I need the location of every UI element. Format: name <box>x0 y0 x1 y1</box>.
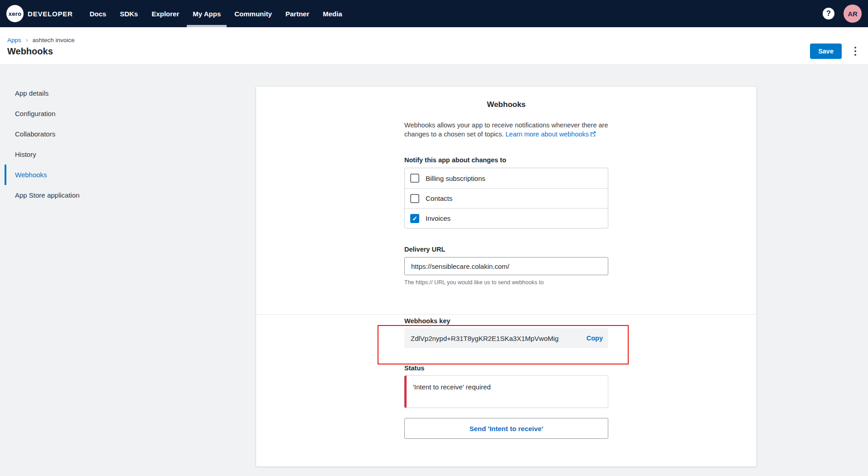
brand-title: DEVELOPER <box>28 10 73 18</box>
topics-list: ✓ Billing subscriptions ✓ Contacts ✓ Inv… <box>404 168 608 228</box>
topic-row-billing-subscriptions[interactable]: ✓ Billing subscriptions <box>405 168 608 188</box>
nav-item-explorer[interactable]: Explorer <box>145 0 186 27</box>
top-navigation-bar: xero DEVELOPER Docs SDKs Explorer My App… <box>0 0 868 27</box>
help-icon[interactable]: ? <box>823 8 834 19</box>
delivery-url-label: Delivery URL <box>404 246 608 253</box>
topic-label-billing-subscriptions: Billing subscriptions <box>426 175 485 182</box>
nav-right-section: ? AR <box>823 5 862 23</box>
webhooks-card: Webhooks Webhooks allows your app to rec… <box>256 86 757 467</box>
nav-item-media[interactable]: Media <box>316 0 349 27</box>
breadcrumb-apps-link[interactable]: Apps <box>7 37 21 44</box>
status-label: Status <box>404 364 608 372</box>
topic-row-invoices[interactable]: ✓ Invoices <box>405 208 608 228</box>
delivery-url-input[interactable] <box>404 257 608 275</box>
send-intent-to-receive-button[interactable]: Send 'Intent to receive' <box>404 418 608 439</box>
save-button[interactable]: Save <box>810 44 842 59</box>
page-header: Apps › ashtech invoice Webhooks Save <box>0 27 868 65</box>
nav-item-sdks[interactable]: SDKs <box>113 0 145 27</box>
more-options-icon[interactable] <box>853 44 858 58</box>
webhooks-key-value: ZdlVp2nypd+R31T8ygKR2E1SKa3X1MpVwoMig <box>411 335 582 342</box>
breadcrumb: Apps › ashtech invoice <box>7 36 75 44</box>
sidebar-item-app-details[interactable]: App details <box>5 83 141 103</box>
nav-item-my-apps[interactable]: My Apps <box>186 0 228 27</box>
avatar[interactable]: AR <box>844 5 862 23</box>
card-section-divider <box>256 314 756 315</box>
xero-logo-text: xero <box>9 10 22 17</box>
checkbox-invoices[interactable]: ✓ <box>410 214 419 223</box>
xero-developer-brand[interactable]: xero DEVELOPER <box>6 5 73 22</box>
content-area: App details Configuration Collaborators … <box>0 65 868 476</box>
webhooks-key-box: ZdlVp2nypd+R31T8ygKR2E1SKa3X1MpVwoMig Co… <box>404 328 608 348</box>
sidebar-item-collaborators[interactable]: Collaborators <box>5 124 141 144</box>
topics-label: Notify this app about changes to <box>404 156 608 164</box>
sidebar-item-webhooks[interactable]: Webhooks <box>5 165 141 185</box>
nav-item-community[interactable]: Community <box>228 0 279 27</box>
breadcrumb-current: ashtech invoice <box>32 37 74 44</box>
nav-menu: Docs SDKs Explorer My Apps Community Par… <box>83 0 349 27</box>
topic-label-contacts: Contacts <box>426 194 452 202</box>
card-title: Webhooks <box>404 100 608 109</box>
nav-item-docs[interactable]: Docs <box>83 0 113 27</box>
checkmark-icon: ✓ <box>412 215 417 222</box>
sidebar-navigation: App details Configuration Collaborators … <box>5 83 141 205</box>
webhooks-description: Webhooks allows your app to receive noti… <box>404 121 608 139</box>
page-title: Webhooks <box>7 46 53 57</box>
checkbox-contacts[interactable]: ✓ <box>410 194 419 203</box>
nav-item-partner[interactable]: Partner <box>279 0 316 27</box>
header-actions: Save <box>810 44 858 59</box>
xero-logo-icon: xero <box>6 5 24 22</box>
chevron-right-icon: › <box>26 36 28 44</box>
external-link-icon <box>590 130 596 139</box>
sidebar-item-app-store-application[interactable]: App Store application <box>5 185 141 205</box>
topic-row-contacts[interactable]: ✓ Contacts <box>405 188 608 208</box>
learn-more-link[interactable]: Learn more about webhooks <box>505 131 589 138</box>
delivery-url-helper-text: The https:// URL you would like us to se… <box>404 279 608 286</box>
sidebar-item-configuration[interactable]: Configuration <box>5 103 141 124</box>
checkbox-billing-subscriptions[interactable]: ✓ <box>410 174 419 183</box>
status-box: 'Intent to receive' required <box>404 375 608 408</box>
copy-key-button[interactable]: Copy <box>587 335 603 342</box>
topic-label-invoices: Invoices <box>426 214 451 222</box>
status-value: 'Intent to receive' required <box>413 383 491 391</box>
webhooks-key-label: Webhooks key <box>404 317 608 325</box>
sidebar-item-history[interactable]: History <box>5 144 141 165</box>
